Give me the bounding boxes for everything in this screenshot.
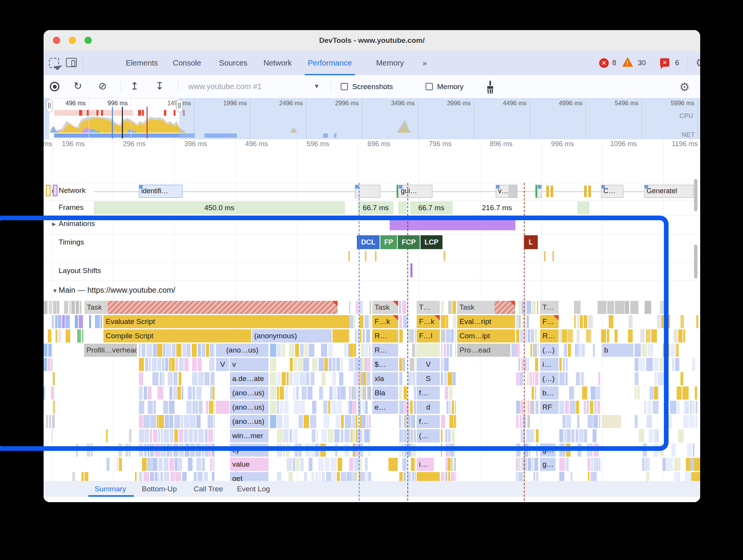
device-toolbar-icon[interactable]	[66, 58, 77, 67]
flame-bar[interactable]: F…k	[417, 315, 440, 328]
flame-bar[interactable]	[270, 401, 276, 414]
flame-bar[interactable]: a.de…ate	[230, 372, 268, 385]
flame-filler-bar	[139, 358, 144, 371]
collect-garbage-icon[interactable]	[483, 80, 496, 94]
flame-bar[interactable]: (ano…us)	[230, 415, 268, 428]
overview-window-handle-left[interactable]	[46, 100, 53, 112]
flame-bar[interactable]: Pro…ead	[457, 344, 510, 357]
flame-bar[interactable]: e…	[372, 401, 398, 414]
flame-bar[interactable]	[388, 458, 398, 471]
flame-bar[interactable]: (ano…us)	[216, 344, 268, 357]
profile-select-caret-icon[interactable]: ▼	[314, 83, 320, 90]
record-button[interactable]	[50, 82, 59, 91]
flame-bar[interactable]: F…	[540, 315, 559, 328]
flame-bar[interactable]: V	[417, 358, 440, 371]
flame-filler-bar	[190, 444, 194, 457]
flame-bar[interactable]: F…l	[417, 329, 440, 342]
flame-bar[interactable]: (…	[417, 429, 440, 442]
flame-bar[interactable]	[270, 358, 276, 371]
settings-gear-icon[interactable]: ⚙	[696, 56, 700, 69]
tab-console[interactable]: Console	[173, 51, 198, 75]
flame-bar[interactable]: Task	[457, 301, 515, 314]
load-profile-icon[interactable]: ↥	[130, 81, 139, 91]
flame-bar[interactable]	[417, 344, 440, 357]
flame-bar[interactable]: f…	[417, 386, 440, 400]
flame-bar[interactable]: b	[602, 344, 633, 357]
capture-settings-gear-icon[interactable]: ⚙	[679, 80, 690, 94]
flame-bar[interactable]: T…	[540, 301, 559, 314]
screenshots-checkbox[interactable]	[341, 83, 348, 90]
flame-bar[interactable]: F…k	[372, 315, 398, 328]
reload-and-record-button[interactable]: ↻	[74, 81, 82, 91]
flame-filler-bar	[198, 344, 201, 357]
flame-bar[interactable]: (…)	[540, 344, 559, 357]
flame-bar[interactable]	[270, 344, 276, 357]
timeline-overview[interactable]: 1496 ms1996 ms2496 ms2996 ms3496 ms3996 …	[44, 98, 700, 139]
error-count[interactable]: 8	[612, 59, 616, 67]
overview-window-handle-right[interactable]	[176, 100, 183, 112]
flame-bar[interactable]: T…	[417, 301, 440, 314]
details-tab-event-log[interactable]: Event Log	[236, 481, 271, 497]
tab-network[interactable]: Network	[263, 51, 290, 75]
flame-bar[interactable]: Evaluate Script	[103, 315, 349, 328]
issues-count[interactable]: 6	[675, 59, 679, 67]
tab-elements[interactable]: Elements	[126, 51, 153, 75]
flame-bar[interactable]: Profili…verhead	[84, 344, 137, 357]
flame-bar[interactable]: V	[216, 358, 229, 371]
flame-bar[interactable]	[270, 372, 276, 385]
flame-filler-bar	[404, 386, 407, 400]
details-tab-call-tree[interactable]: Call Tree	[192, 481, 225, 497]
flame-bar[interactable]: i…	[417, 458, 434, 471]
flame-bar[interactable]	[270, 386, 276, 400]
details-tab-summary[interactable]: Summary	[93, 481, 128, 497]
flame-bar[interactable]: Compile Script	[103, 329, 251, 342]
vertical-scrollbar-thumb[interactable]	[694, 245, 697, 278]
flame-bar[interactable]: (ano…us)	[230, 386, 268, 400]
issues-count-icon[interactable]: ✕	[660, 58, 669, 67]
flame-bar[interactable]: v	[230, 358, 268, 371]
flame-bar[interactable]	[333, 329, 349, 342]
flame-bar[interactable]: d	[417, 401, 440, 414]
profile-select[interactable]: www.youtube.com #1	[188, 82, 262, 91]
flame-bar[interactable]: (anonymous)	[252, 329, 332, 342]
flame-bar[interactable]: (…)	[540, 372, 559, 385]
flame-bar[interactable]: Eval…ript	[457, 315, 515, 328]
flame-bar[interactable]: b…	[540, 386, 559, 400]
flame-bar[interactable]: R…	[372, 344, 398, 357]
flame-bar[interactable]: $…	[372, 358, 398, 371]
inspect-element-icon[interactable]	[49, 58, 59, 68]
error-count-icon[interactable]: ✕	[599, 58, 609, 68]
flame-bar[interactable]: i…	[540, 358, 559, 371]
flame-bar[interactable]: S	[417, 372, 440, 385]
flame-bar[interactable]: f…	[417, 415, 440, 428]
flame-bar[interactable]: g…	[540, 444, 556, 457]
save-profile-icon[interactable]: ↧	[155, 81, 164, 91]
flame-bar[interactable]: Bla	[372, 386, 398, 400]
flame-bar[interactable]: value	[230, 458, 268, 471]
flame-bar[interactable]: Com…ipt	[457, 329, 515, 342]
clear-recording-button[interactable]: ⊘	[98, 81, 107, 91]
flame-bar[interactable]: Task	[372, 301, 398, 314]
flame-bar[interactable]: RF	[540, 401, 559, 414]
vertical-scrollbar-thumb[interactable]	[694, 179, 697, 211]
flame-bar[interactable]: win…mer	[230, 429, 268, 442]
details-tab-bottom-up[interactable]: Bottom-Up	[140, 481, 179, 497]
tab-»[interactable]: »	[420, 51, 430, 75]
flame-bar[interactable]	[216, 401, 229, 414]
flame-bar[interactable]: g…	[540, 458, 556, 471]
tab-memory[interactable]: Memory	[375, 51, 405, 75]
flame-bar[interactable]	[602, 415, 621, 428]
warning-count-icon[interactable]: !	[622, 57, 633, 67]
flame-bar[interactable]	[270, 415, 276, 428]
tab-sources[interactable]: Sources	[219, 51, 245, 75]
flame-bar[interactable]: R…	[540, 329, 559, 342]
flame-bar[interactable]: R…	[372, 329, 398, 342]
flame-bar[interactable]: Task	[84, 301, 338, 314]
flame-bar[interactable]: (ano…us)	[230, 401, 268, 414]
flame-bar[interactable]: xla	[372, 372, 398, 385]
memory-checkbox[interactable]	[426, 83, 433, 90]
warning-count[interactable]: 30	[638, 59, 646, 67]
tab-performance[interactable]: Performance	[306, 51, 353, 75]
flame-bar[interactable]	[512, 344, 516, 357]
flame-bar[interactable]: cy	[230, 444, 268, 457]
